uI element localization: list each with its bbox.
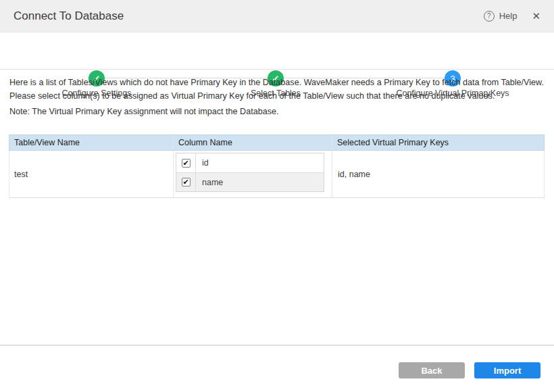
checkbox-cell: ✔ xyxy=(176,173,196,191)
checkbox-cell: ✔ xyxy=(176,153,196,172)
wizard-stepper: ✓ ✓ 3 Configure Settings Select Tables C… xyxy=(0,32,554,70)
description-text: Here is a list of Tables/Views which do … xyxy=(9,76,545,103)
note-text: Note: The Virtual Primary Key assignment… xyxy=(9,107,279,116)
back-button[interactable]: Back xyxy=(399,362,465,378)
column-header-column-name: Column Name xyxy=(173,135,332,150)
column-header-selected-keys: Selected Virtual Primary Keys xyxy=(332,135,544,150)
column-header-table-view-name: Table/View Name xyxy=(9,135,173,150)
checkbox-name[interactable]: ✔ xyxy=(182,178,191,187)
primary-keys-table: Table/View Name Column Name Selected Vir… xyxy=(9,134,545,198)
checkbox-id[interactable]: ✔ xyxy=(182,159,191,168)
column-label-id: id xyxy=(196,158,209,168)
footer-divider xyxy=(0,345,554,346)
column-name-cell: ✔ id ✔ name xyxy=(173,151,332,197)
table-view-name-cell: test xyxy=(9,151,173,197)
table-row: test ✔ id ✔ name id, name xyxy=(9,151,545,198)
dialog-header: Connect To Database ? Help ✕ xyxy=(0,0,554,32)
close-icon[interactable]: ✕ xyxy=(532,10,540,22)
help-link[interactable]: Help xyxy=(499,11,518,21)
header-actions: ? Help ✕ xyxy=(484,10,540,22)
help-icon[interactable]: ? xyxy=(484,11,495,22)
table-header-row: Table/View Name Column Name Selected Vir… xyxy=(9,134,545,151)
selected-keys-cell: id, name xyxy=(332,151,544,197)
column-list-item-name: ✔ name xyxy=(176,172,324,191)
column-list-item-id: ✔ id xyxy=(176,153,324,172)
dialog-title: Connect To Database xyxy=(14,9,124,23)
column-checkbox-list: ✔ id ✔ name xyxy=(176,153,324,192)
column-label-name: name xyxy=(196,178,223,187)
import-button[interactable]: Import xyxy=(474,362,540,378)
